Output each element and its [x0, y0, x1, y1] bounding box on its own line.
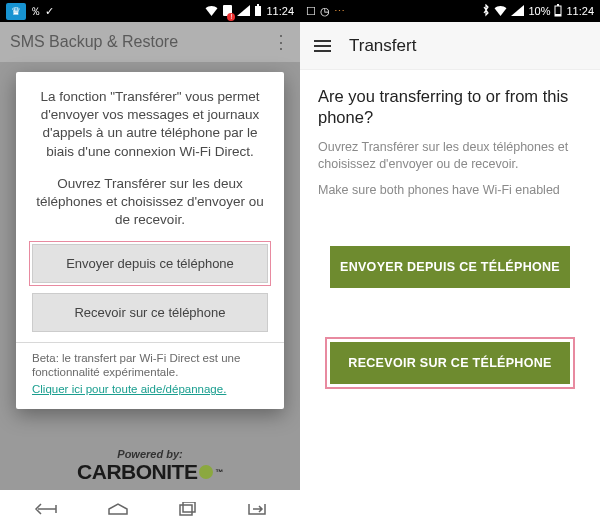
sim-error-icon: !: [222, 4, 233, 19]
svg-rect-2: [257, 4, 259, 6]
recent-icon[interactable]: [179, 500, 197, 521]
beta-text: Beta: le transfert par Wi-Fi Direct est …: [32, 351, 268, 380]
signal-icon: [511, 5, 524, 18]
powered-by-label: Powered by:: [117, 448, 182, 460]
instruction-text-1: Ouvrez Transférer sur les deux téléphone…: [318, 139, 582, 172]
status-bar-right: ☐ ◷ ⋯ 10% 11:24: [300, 0, 600, 22]
transfer-icon[interactable]: [247, 500, 267, 521]
svg-rect-3: [180, 505, 192, 515]
loading-icon: ⋯: [334, 5, 345, 18]
svg-rect-6: [555, 14, 561, 16]
send-from-phone-button[interactable]: ENVOYER DEPUIS CE TÉLÉPHONE: [330, 246, 570, 288]
wifi-icon: [494, 5, 507, 18]
phone-right: ☐ ◷ ⋯ 10% 11:24 Transfert Are: [300, 0, 600, 530]
square-icon: ☐: [306, 5, 316, 18]
carbonite-logo: CARBONITE™: [77, 460, 223, 484]
signal-icon: [237, 5, 250, 18]
dialog-divider: [16, 342, 284, 343]
transfer-dialog: La fonction "Transférer" vous permet d'e…: [16, 72, 284, 409]
wifi-icon: [205, 5, 218, 18]
percent-icon: ％: [30, 4, 41, 19]
app-title: SMS Backup & Restore: [10, 33, 178, 51]
receive-on-phone-button[interactable]: RECEVOIR SUR CE TÉLÉPHONE: [330, 342, 570, 384]
appbar-left: SMS Backup & Restore ⋮: [0, 22, 300, 62]
overflow-menu-icon[interactable]: ⋮: [272, 31, 290, 53]
help-link[interactable]: Cliquer ici pour toute aide/dépannage.: [32, 383, 226, 395]
battery-icon: [254, 4, 262, 19]
battery-icon: [554, 4, 562, 19]
navigation-bar: [0, 490, 300, 530]
home-icon[interactable]: [107, 500, 129, 521]
instruction-text-2: Make sure both phones have Wi-Fi enabled: [318, 182, 582, 198]
send-from-phone-button[interactable]: Envoyer depuis ce téléphone: [32, 244, 268, 283]
transfer-question: Are you transferring to or from this pho…: [318, 86, 582, 127]
back-icon[interactable]: [33, 500, 57, 521]
appbar-right: Transfert: [300, 22, 600, 70]
clock-icon: ◷: [320, 5, 330, 18]
svg-rect-1: [255, 6, 261, 16]
right-content: Are you transferring to or from this pho…: [300, 70, 600, 400]
receive-on-phone-button[interactable]: Recevoir sur ce téléphone: [32, 293, 268, 332]
status-time: 11:24: [266, 5, 294, 17]
bluetooth-icon: [482, 4, 490, 19]
crown-icon: ♛: [6, 3, 26, 20]
check-icon: ✓: [45, 5, 54, 18]
status-time: 11:24: [566, 5, 594, 17]
status-bar-left: ♛ ％ ✓ ! 11:24: [0, 0, 300, 22]
svg-rect-4: [183, 502, 195, 512]
svg-rect-7: [557, 4, 559, 6]
hamburger-menu-icon[interactable]: [314, 40, 331, 52]
dialog-paragraph-1: La fonction "Transférer" vous permet d'e…: [32, 88, 268, 161]
page-title: Transfert: [349, 36, 416, 56]
phone-left: ♛ ％ ✓ ! 11:24 SMS Backup & Restore ⋮ Pow…: [0, 0, 300, 530]
battery-text: 10%: [528, 5, 550, 17]
dialog-paragraph-2: Ouvrez Transférer sur les deux téléphone…: [32, 175, 268, 230]
